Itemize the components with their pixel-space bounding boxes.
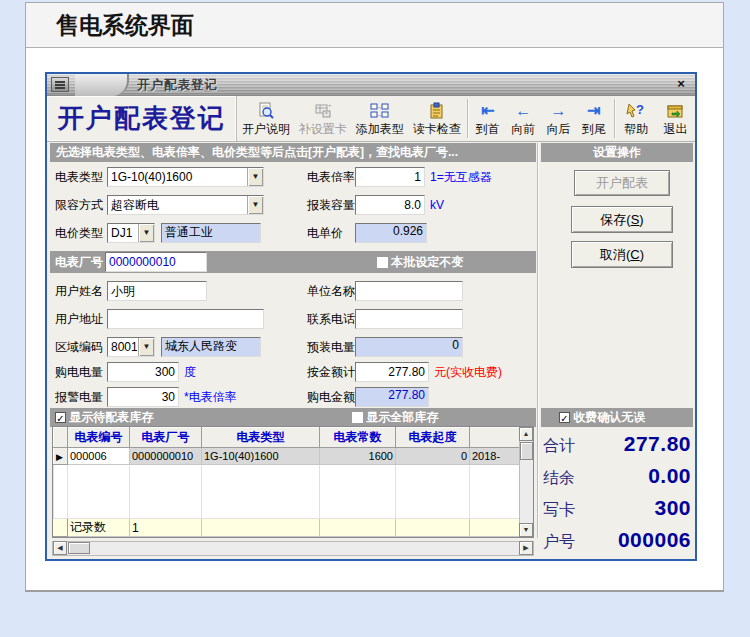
go-next-button[interactable]: → 向后 — [541, 96, 576, 141]
supplement-card-button[interactable]: *+ 补设置卡 — [294, 96, 351, 141]
empty-row — [54, 465, 520, 519]
document-magnifier-icon — [257, 101, 275, 120]
price-type-desc: 普通工业 — [161, 223, 261, 243]
alarm-qty-input[interactable] — [107, 387, 179, 407]
phone-input[interactable] — [355, 309, 463, 329]
phone-label: 联系电话 — [307, 309, 355, 329]
save-button[interactable]: 保存(S) — [571, 206, 673, 233]
batch-fixed-label: 本批设定不变 — [391, 255, 463, 269]
read-card-check-button[interactable]: 读卡检查 — [408, 96, 465, 141]
toolbar-separator — [467, 99, 468, 138]
purchase-amt-label: 购电金额 — [307, 387, 355, 407]
unit-name-input[interactable] — [355, 281, 463, 301]
unit-price-value: 0.926 — [355, 223, 427, 243]
svg-text:+: + — [328, 102, 332, 108]
toolbar-button-label: 补设置卡 — [299, 121, 347, 138]
col-constant[interactable]: 电表常数 — [320, 428, 396, 448]
scroll-down-icon[interactable]: ▼ — [519, 523, 533, 537]
horizontal-scrollbar[interactable]: ◀ ▶ — [52, 541, 534, 556]
scroll-up-icon[interactable]: ▲ — [519, 427, 533, 441]
toolbar-button-label: 读卡检查 — [413, 121, 461, 138]
toolbar-separator — [614, 99, 615, 138]
hint-bar: 先选择电表类型、电表倍率、电价类型等后点击[开户配表]，查找电表厂号... — [50, 143, 536, 162]
open-account-help-button[interactable]: 开户说明 — [237, 96, 294, 141]
exit-icon — [666, 101, 684, 120]
price-type-value: DJ1 — [111, 224, 137, 242]
col-factory-no[interactable]: 电表厂号 — [130, 428, 202, 448]
show-pending-checkbox[interactable]: ✓ 显示待配表库存 — [55, 408, 153, 427]
toolbar-button-label: 添加表型 — [356, 121, 404, 138]
meter-rate-input[interactable] — [355, 167, 425, 187]
open-account-config-button[interactable]: 开户配表 — [574, 170, 670, 196]
first-record-icon: ⇤ — [481, 102, 494, 120]
add-meter-type-button[interactable]: →→ 添加表型 — [351, 96, 408, 141]
factory-no-input[interactable] — [105, 252, 207, 272]
capacity-input[interactable] — [355, 195, 425, 215]
address-input[interactable] — [107, 309, 264, 329]
checkbox-checked-icon[interactable]: ✓ — [55, 412, 66, 423]
cell-meter-type: 1G-10(40)1600 — [202, 448, 320, 465]
address-label: 用户地址 — [55, 309, 103, 329]
price-type-combo[interactable]: DJ1 ▼ — [107, 223, 155, 243]
page-header: 售电系统界面 — [26, 3, 723, 48]
chevron-down-icon[interactable]: ▼ — [247, 168, 263, 186]
scroll-left-icon[interactable]: ◀ — [53, 541, 67, 555]
nav-button-label: 向前 — [511, 121, 535, 138]
titlebar-decoration — [75, 74, 129, 96]
capacity-label: 报装容量 — [307, 195, 355, 215]
go-first-button[interactable]: ⇤ 到首 — [470, 96, 505, 141]
vertical-scroll-thumb[interactable] — [520, 442, 533, 460]
meter-type-combo[interactable]: 1G-10(40)1600 ▼ — [107, 167, 264, 187]
vertical-scrollbar[interactable]: ▲ ▼ — [519, 427, 533, 537]
svg-text:?: ? — [636, 102, 644, 117]
cell-meter-no: 000006 — [68, 448, 130, 465]
fee-confirm-checkbox[interactable]: ✓ 收费确认无误 — [559, 408, 645, 427]
show-all-checkbox[interactable]: 显示全部库存 — [352, 408, 438, 427]
window-icon — [51, 77, 69, 92]
table-footer-row: 记录数 1 — [54, 519, 520, 537]
page-background: 售电系统界面 开户配表登记 × 开户配表登记 开户说明 *+ 补设 — [0, 0, 750, 637]
chevron-down-icon[interactable]: ▼ — [138, 224, 154, 242]
by-amount-input[interactable] — [355, 362, 429, 382]
close-icon[interactable]: × — [673, 76, 689, 92]
cell-constant: 1600 — [320, 448, 396, 465]
show-all-label: 显示全部库存 — [366, 410, 438, 424]
col-meter-no[interactable]: 电表编号 — [68, 428, 130, 448]
cell-factory-no: 0000000010 — [130, 448, 202, 465]
balance-value: 0.00 — [567, 464, 691, 488]
checkbox-checked-icon[interactable]: ✓ — [559, 412, 570, 423]
area-code-label: 区域编码 — [55, 337, 103, 357]
exit-button[interactable]: 退出 — [656, 96, 695, 141]
dialog-titlebar[interactable]: 开户配表登记 × — [47, 74, 695, 96]
meter-rate-note: 1=无互感器 — [430, 167, 492, 187]
table-row[interactable]: ▶ 000006 0000000010 1G-10(40)1600 1600 0… — [54, 448, 520, 465]
user-name-label: 用户姓名 — [55, 281, 103, 301]
checkbox-icon[interactable] — [377, 257, 388, 268]
add-windows-icon: →→ — [370, 101, 390, 120]
batch-fixed-checkbox[interactable]: 本批设定不变 — [377, 252, 463, 272]
scroll-right-icon[interactable]: ▶ — [519, 541, 533, 555]
chevron-down-icon[interactable]: ▼ — [138, 338, 154, 356]
go-last-button[interactable]: ⇥ 到尾 — [576, 96, 611, 141]
cancel-button[interactable]: 取消(C) — [571, 241, 673, 268]
area-code-combo[interactable]: 8001 ▼ — [107, 337, 155, 357]
area-code-value: 8001 — [111, 338, 137, 356]
current-row-icon: ▶ — [56, 452, 63, 462]
side-panel-header: 设置操作 — [541, 143, 693, 162]
show-pending-label: 显示待配表库存 — [69, 410, 153, 424]
col-start[interactable]: 电表起度 — [396, 428, 470, 448]
purchase-qty-input[interactable] — [107, 362, 179, 382]
col-extra[interactable] — [470, 428, 520, 448]
col-meter-type[interactable]: 电表类型 — [202, 428, 320, 448]
toolbar-big-title: 开户配表登记 — [47, 96, 237, 141]
checkbox-icon[interactable] — [352, 412, 363, 423]
preinstall-label: 预装电量 — [307, 337, 355, 357]
limit-mode-combo[interactable]: 超容断电 ▼ — [107, 195, 264, 215]
help-button[interactable]: ? 帮助 — [617, 96, 656, 141]
by-amount-note: 元(实收电费) — [434, 362, 502, 382]
horizontal-scroll-thumb[interactable] — [68, 542, 90, 554]
user-name-input[interactable] — [107, 281, 207, 301]
next-record-icon: → — [551, 102, 567, 120]
go-previous-button[interactable]: ← 向前 — [506, 96, 541, 141]
chevron-down-icon[interactable]: ▼ — [247, 196, 263, 214]
